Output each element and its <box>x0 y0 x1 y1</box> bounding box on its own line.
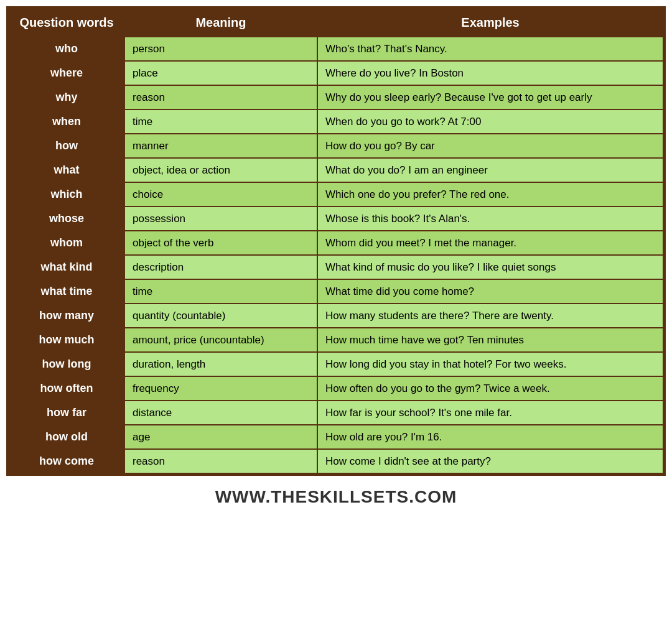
table-row: whyreasonWhy do you sleep early? Because… <box>9 85 663 109</box>
table-row: whatobject, idea or actionWhat do you do… <box>9 158 663 182</box>
example-cell: How old are you? I'm 16. <box>317 425 663 449</box>
example-cell: Which one do you prefer? The red one. <box>317 182 663 207</box>
meaning-cell: object, idea or action <box>124 158 317 182</box>
question-word-cell: whose <box>9 207 124 231</box>
table-row: how oldageHow old are you? I'm 16. <box>9 425 663 449</box>
example-cell: How do you go? By car <box>317 134 663 158</box>
table-row: how oftenfrequencyHow often do you go to… <box>9 376 663 401</box>
col-header-question-words: Question words <box>9 9 124 37</box>
table-row: whosepossessionWhose is this book? It's … <box>9 207 663 231</box>
example-cell: How much time have we got? Ten minutes <box>317 328 663 352</box>
example-cell: What kind of music do you like? I like q… <box>317 255 663 279</box>
example-cell: Whose is this book? It's Alan's. <box>317 207 663 231</box>
table-row: whichchoiceWhich one do you prefer? The … <box>9 182 663 207</box>
example-cell: When do you go to work? At 7:00 <box>317 109 663 134</box>
question-word-cell: how <box>9 134 124 158</box>
table-header-row: Question words Meaning Examples <box>9 9 663 37</box>
question-word-cell: how long <box>9 352 124 376</box>
meaning-cell: age <box>124 425 317 449</box>
meaning-cell: choice <box>124 182 317 207</box>
table-row: what timetimeWhat time did you come home… <box>9 279 663 304</box>
table-row: whentimeWhen do you go to work? At 7:00 <box>9 109 663 134</box>
example-cell: How far is your school? It's one mile fa… <box>317 401 663 425</box>
question-word-cell: when <box>9 109 124 134</box>
meaning-cell: place <box>124 61 317 85</box>
question-word-cell: what time <box>9 279 124 304</box>
question-word-cell: where <box>9 61 124 85</box>
question-word-cell: who <box>9 37 124 61</box>
question-word-cell: how old <box>9 425 124 449</box>
question-word-cell: what kind <box>9 255 124 279</box>
col-header-examples: Examples <box>317 9 663 37</box>
table-row: how longduration, lengthHow long did you… <box>9 352 663 376</box>
example-cell: How long did you stay in that hotel? For… <box>317 352 663 376</box>
question-word-cell: how come <box>9 449 124 473</box>
example-cell: Who's that? That's Nancy. <box>317 37 663 61</box>
question-word-cell: whom <box>9 231 124 255</box>
example-cell: What time did you come home? <box>317 279 663 304</box>
col-header-meaning: Meaning <box>124 9 317 37</box>
meaning-cell: frequency <box>124 376 317 401</box>
meaning-cell: amount, price (uncountable) <box>124 328 317 352</box>
example-cell: How many students are there? There are t… <box>317 304 663 328</box>
question-word-cell: how often <box>9 376 124 401</box>
question-word-cell: how much <box>9 328 124 352</box>
table-row: whomobject of the verbWhom did you meet?… <box>9 231 663 255</box>
meaning-cell: description <box>124 255 317 279</box>
footer-website: WWW.THESKILLSETS.COM <box>215 487 457 507</box>
question-word-cell: how many <box>9 304 124 328</box>
example-cell: Whom did you meet? I met the manager. <box>317 231 663 255</box>
table-row: what kinddescriptionWhat kind of music d… <box>9 255 663 279</box>
meaning-cell: reason <box>124 449 317 473</box>
meaning-cell: manner <box>124 134 317 158</box>
example-cell: What do you do? I am an engineer <box>317 158 663 182</box>
meaning-cell: reason <box>124 85 317 109</box>
question-words-table: Question words Meaning Examples whoperso… <box>6 6 666 476</box>
example-cell: How come I didn't see at the party? <box>317 449 663 473</box>
meaning-cell: possession <box>124 207 317 231</box>
meaning-cell: person <box>124 37 317 61</box>
table-row: how muchamount, price (uncountable)How m… <box>9 328 663 352</box>
meaning-cell: time <box>124 279 317 304</box>
table-row: howmannerHow do you go? By car <box>9 134 663 158</box>
question-word-cell: how far <box>9 401 124 425</box>
example-cell: How often do you go to the gym? Twice a … <box>317 376 663 401</box>
table-row: whopersonWho's that? That's Nancy. <box>9 37 663 61</box>
table-row: how comereasonHow come I didn't see at t… <box>9 449 663 473</box>
example-cell: Why do you sleep early? Because I've got… <box>317 85 663 109</box>
meaning-cell: duration, length <box>124 352 317 376</box>
table-row: whereplaceWhere do you live? In Boston <box>9 61 663 85</box>
table-row: how fardistanceHow far is your school? I… <box>9 401 663 425</box>
meaning-cell: object of the verb <box>124 231 317 255</box>
example-cell: Where do you live? In Boston <box>317 61 663 85</box>
meaning-cell: quantity (countable) <box>124 304 317 328</box>
table-row: how manyquantity (countable)How many stu… <box>9 304 663 328</box>
question-word-cell: what <box>9 158 124 182</box>
meaning-cell: distance <box>124 401 317 425</box>
question-word-cell: why <box>9 85 124 109</box>
meaning-cell: time <box>124 109 317 134</box>
question-word-cell: which <box>9 182 124 207</box>
